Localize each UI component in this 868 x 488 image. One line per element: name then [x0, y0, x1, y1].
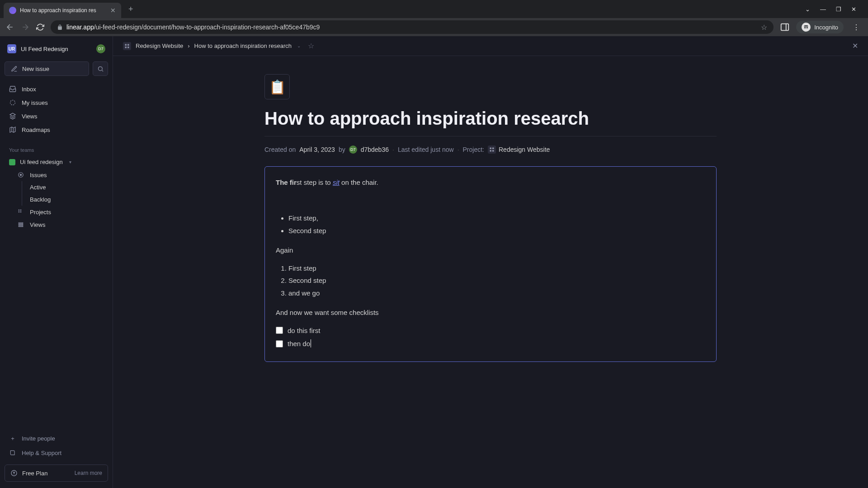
checkbox[interactable] [276, 327, 283, 334]
list-item[interactable]: First step [288, 263, 705, 274]
close-window-icon[interactable]: ✕ [851, 6, 856, 13]
url-input[interactable]: linear.app/ui-feed-redesign/document/how… [51, 20, 774, 34]
invite-people-button[interactable]: + Invite people [5, 431, 108, 446]
document-title[interactable]: How to approach inspiration research [264, 108, 717, 136]
team-name: Ui feed redesign [20, 159, 63, 165]
workspace-switcher[interactable]: UR UI Feed Redesign D7 [5, 42, 108, 55]
browser-menu-icon[interactable]: ⋮ [850, 23, 863, 32]
app-root: UR UI Feed Redesign D7 New issue Inbox M… [0, 36, 868, 488]
editor-numbered-list[interactable]: First step Second step and we go [288, 263, 705, 299]
close-panel-icon[interactable]: ✕ [852, 42, 858, 50]
team-row[interactable]: Ui feed redesign ▾ [5, 155, 108, 169]
new-tab-button[interactable]: + [124, 5, 138, 14]
learn-more-link[interactable]: Learn more [75, 470, 102, 476]
project-chip[interactable]: Redesign Website [488, 145, 550, 154]
sidebar-item-my-issues[interactable]: My issues [5, 96, 108, 109]
minimize-icon[interactable]: — [820, 6, 826, 13]
sidebar-item-backlog[interactable]: Backlog [5, 193, 108, 206]
list-item[interactable]: Second step [288, 275, 705, 286]
check-label[interactable]: do this first [288, 325, 321, 337]
favorite-star-icon[interactable]: ☆ [308, 42, 314, 50]
sidebar-item-issues[interactable]: Issues [5, 169, 108, 181]
sidebar-item-active[interactable]: Active [5, 181, 108, 193]
meta-separator: · [458, 146, 459, 153]
svg-rect-7 [19, 210, 19, 211]
editor-link[interactable]: sit [333, 178, 340, 186]
chevron-down-icon: ▾ [69, 160, 71, 164]
text: st step is to [297, 178, 333, 186]
sidebar: UR UI Feed Redesign D7 New issue Inbox M… [0, 36, 113, 488]
tab-search-icon[interactable]: ⌄ [805, 6, 810, 13]
plan-box[interactable]: Free Plan Learn more [5, 465, 108, 482]
last-edited: Last edited just now [398, 146, 454, 153]
address-bar: linear.app/ui-feed-redesign/document/how… [0, 18, 868, 36]
maximize-icon[interactable]: ❐ [836, 6, 841, 13]
sidebar-footer: + Invite people Help & Support Free Plan… [5, 431, 108, 482]
nav-label: Projects [30, 209, 51, 216]
editor-checklist-item[interactable]: then do [276, 338, 705, 350]
chevron-down-icon[interactable]: ⌄ [297, 43, 301, 48]
search-button[interactable] [93, 61, 108, 76]
list-item[interactable]: Second step [288, 225, 705, 237]
author-name[interactable]: d7bdeb36 [361, 146, 389, 153]
document-emoji[interactable]: 📋 [264, 74, 290, 99]
editor-paragraph[interactable]: The first step is to sit on the chair. [276, 177, 705, 188]
svg-rect-9 [19, 211, 19, 212]
check-label[interactable]: then do [288, 338, 311, 350]
list-item[interactable]: First step, [288, 212, 705, 224]
side-panel-icon[interactable] [780, 22, 790, 32]
issues-icon [17, 171, 24, 178]
linear-favicon [9, 7, 16, 14]
svg-rect-15 [125, 44, 127, 46]
checkbox[interactable] [276, 340, 283, 347]
lock-icon [57, 24, 63, 30]
bookmark-star-icon[interactable]: ☆ [761, 23, 767, 32]
editor-paragraph[interactable]: Again [276, 244, 705, 256]
help-support-button[interactable]: Help & Support [5, 446, 108, 460]
tab-bar: How to approach inspiration res ✕ + ⌄ — … [0, 0, 868, 18]
plus-icon: + [9, 435, 16, 442]
svg-rect-20 [492, 148, 494, 150]
svg-rect-12 [19, 224, 23, 225]
arrow-up-circle-icon [10, 469, 18, 477]
svg-rect-8 [20, 210, 21, 211]
list-item[interactable]: and we go [288, 287, 705, 299]
user-avatar[interactable]: D7 [96, 44, 105, 53]
sidebar-item-team-views[interactable]: Views [5, 218, 108, 231]
editor-paragraph-empty[interactable] [276, 195, 705, 206]
primary-nav: Inbox My issues Views Roadmaps [5, 82, 108, 136]
close-tab-icon[interactable]: ✕ [110, 7, 116, 14]
target-icon [9, 99, 16, 106]
editor-checklist-item[interactable]: do this first [276, 325, 705, 337]
forward-button[interactable] [21, 23, 30, 32]
svg-rect-10 [20, 211, 21, 212]
back-button[interactable] [5, 23, 14, 32]
breadcrumb-doc[interactable]: How to approach inspiration research [194, 42, 292, 49]
nav-label: Roadmaps [22, 127, 50, 133]
browser-tab[interactable]: How to approach inspiration res ✕ [4, 3, 121, 18]
incognito-badge[interactable]: Incognito [796, 21, 844, 33]
sidebar-item-inbox[interactable]: Inbox [5, 82, 108, 96]
breadcrumb-bar: Redesign Website › How to approach inspi… [113, 36, 868, 56]
text-caret [310, 340, 311, 347]
editor-paragraph[interactable]: And now we want some checklists [276, 307, 705, 319]
reload-button[interactable] [36, 23, 44, 31]
svg-point-6 [20, 174, 22, 176]
book-icon [9, 449, 16, 456]
document-editor[interactable]: The first step is to sit on the chair. F… [264, 166, 717, 362]
document-scroll[interactable]: 📋 How to approach inspiration research C… [113, 56, 868, 488]
editor-bullet-list[interactable]: First step, Second step [288, 212, 705, 236]
sidebar-item-projects[interactable]: Projects [5, 206, 108, 218]
sidebar-item-roadmaps[interactable]: Roadmaps [5, 123, 108, 136]
teams-section-label: Your teams [5, 145, 108, 155]
window-controls: ⌄ — ❐ ✕ [805, 6, 864, 13]
svg-rect-11 [19, 223, 23, 224]
sidebar-item-views[interactable]: Views [5, 109, 108, 123]
new-issue-button[interactable]: New issue [5, 61, 89, 76]
inbox-icon [9, 85, 16, 93]
search-icon [97, 66, 104, 72]
created-label: Created on [264, 146, 296, 153]
breadcrumb-project[interactable]: Redesign Website [136, 42, 183, 49]
meta-separator: · [392, 146, 394, 153]
team-color-icon [9, 159, 15, 165]
